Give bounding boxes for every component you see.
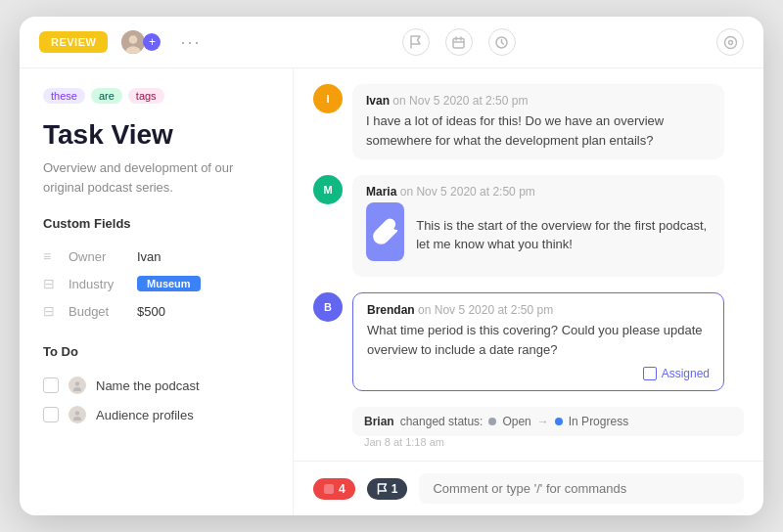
count-badge-number: 4 [339,482,345,496]
field-icon: ⊟ [43,276,59,291]
status-actor: Brian [364,415,394,428]
more-options-button[interactable]: ··· [180,32,201,53]
add-avatar-button[interactable]: + [143,33,161,51]
chat-bubble-brendan: Brendan on Nov 5 2020 at 2:50 pm What ti… [352,292,724,391]
svg-point-9 [75,411,79,415]
svg-point-1 [129,35,138,44]
chat-text-ivan: I have a lot of ideas for this! Do we ha… [366,111,711,150]
assigned-badge: Assigned [367,367,710,380]
field-label-owner: Owner [69,249,127,264]
left-panel: these are tags Task View Overview and de… [20,68,294,515]
top-bar-icons [402,28,516,56]
field-icon: ≡ [43,248,59,264]
todo-avatar-1 [69,377,86,394]
todo-label-1: Name the podcast [96,378,200,393]
attachment-thumbnail[interactable] [366,202,404,261]
chat-text-brendan: What time period is this covering? Could… [367,321,710,359]
page-description: Overview and development of our original… [43,158,269,197]
bottom-bar: 4 1 [294,461,763,515]
chat-area: I Ivan on Nov 5 2020 at 2:50 pm I have a… [294,68,763,461]
chat-text-maria: This is the start of the overview for th… [416,216,711,254]
calendar-icon[interactable] [445,28,473,56]
right-panel: I Ivan on Nov 5 2020 at 2:50 pm I have a… [294,68,763,515]
field-icon: ⊟ [43,303,59,319]
arrow-icon: → [537,415,549,428]
industry-badge[interactable]: Museum [137,276,201,291]
chat-meta-maria: Maria on Nov 5 2020 at 2:50 pm [366,185,711,199]
chat-time-ivan: on Nov 5 2020 at 2:50 pm [392,94,528,108]
flag-badge-number: 1 [392,482,398,496]
comment-input[interactable] [419,473,744,504]
avatar-brendan: B [313,292,343,322]
chat-bubble-ivan: Ivan on Nov 5 2020 at 2:50 pm I have a l… [352,84,724,159]
field-value-budget: $500 [137,304,165,319]
status-change: Brian changed status: Open → In Progress [352,407,744,436]
field-owner: ≡ Owner Ivan [43,243,269,270]
svg-point-8 [73,387,81,391]
todo-avatar-2 [69,406,86,423]
flag-badge[interactable]: 1 [367,478,408,500]
assigned-checkbox[interactable] [643,367,657,380]
todo-item: Name the podcast [43,371,269,400]
todo-item: Audience profiles [43,400,269,429]
page-title: Task View [43,119,269,151]
chat-author-maria: Maria [366,185,396,199]
avatar-group: + [119,28,161,56]
svg-point-6 [724,36,736,48]
chat-message-ivan: I Ivan on Nov 5 2020 at 2:50 pm I have a… [313,84,744,159]
status-from: Open [502,415,530,428]
svg-point-5 [728,40,732,44]
tag-tags[interactable]: tags [128,88,164,104]
avatar-maria: M [313,175,343,204]
status-action: changed status: [400,415,484,428]
todo-checkbox-2[interactable] [43,407,59,422]
svg-rect-3 [453,38,464,48]
chat-meta-ivan: Ivan on Nov 5 2020 at 2:50 pm [366,94,711,108]
status-dot-to [555,418,563,425]
tags-row: these are tags [43,88,269,104]
settings-icon[interactable] [716,28,744,56]
todo-checkbox-1[interactable] [43,377,59,393]
chat-time-brendan: on Nov 5 2020 at 2:50 pm [418,303,553,317]
clock-icon[interactable] [488,28,516,56]
custom-fields-title: Custom Fields [43,216,269,231]
status-timestamp: Jan 8 at 1:18 am [352,436,744,448]
flag-icon[interactable] [402,28,430,56]
todo-section: To Do Name the podcast [43,344,269,429]
todo-title: To Do [43,344,269,359]
field-label-budget: Budget [69,304,127,319]
todo-label-2: Audience profiles [96,408,194,422]
chat-time-maria: on Nov 5 2020 at 2:50 pm [400,185,535,199]
custom-fields-section: Custom Fields ≡ Owner Ivan ⊟ Industry Mu… [43,216,269,325]
app-window: REVIEW + ··· [20,17,763,515]
top-bar: REVIEW + ··· [20,17,763,68]
chat-message-brendan: B Brendan on Nov 5 2020 at 2:50 pm What … [313,292,744,391]
tag-are[interactable]: are [91,88,122,104]
field-industry: ⊟ Industry Museum [43,270,269,297]
main-content: these are tags Task View Overview and de… [20,68,763,515]
field-budget: ⊟ Budget $500 [43,297,269,325]
assigned-label: Assigned [662,367,710,380]
field-value-owner: Ivan [137,249,161,264]
review-button[interactable]: REVIEW [39,31,108,53]
avatar-ivan: I [313,84,343,113]
chat-author-ivan: Ivan [366,94,390,108]
tag-these[interactable]: these [43,88,85,104]
svg-point-10 [73,417,81,421]
svg-rect-11 [324,484,334,494]
chat-author-brendan: Brendan [367,303,415,317]
field-label-industry: Industry [69,277,127,291]
status-dot-from [488,418,496,425]
count-badge[interactable]: 4 [313,478,355,500]
chat-message-maria: M Maria on Nov 5 2020 at 2:50 pm [313,175,744,277]
chat-meta-brendan: Brendan on Nov 5 2020 at 2:50 pm [367,303,710,317]
chat-bubble-maria: Maria on Nov 5 2020 at 2:50 pm This is t… [352,175,724,277]
svg-point-7 [75,381,79,385]
status-to: In Progress [569,415,628,428]
